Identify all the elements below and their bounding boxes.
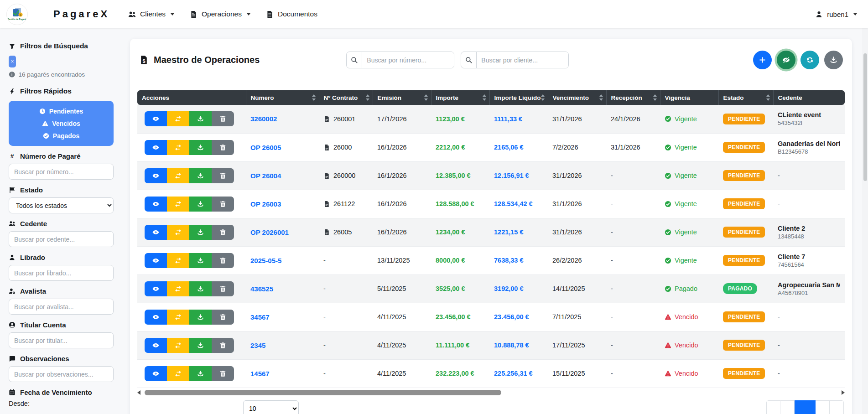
sort-icon[interactable] xyxy=(541,94,545,101)
add-button[interactable] xyxy=(753,51,772,69)
nav-item-documentos[interactable]: Documentos xyxy=(258,5,325,23)
delete-row-button[interactable] xyxy=(212,197,234,212)
view-row-button[interactable] xyxy=(145,310,167,325)
app-logo-icon[interactable]: $ Gestión de Pagarés xyxy=(6,4,28,25)
transfer-row-button[interactable] xyxy=(167,111,189,126)
transfer-row-button[interactable] xyxy=(167,338,189,353)
quick-filter-pendientes[interactable]: Pendientes xyxy=(9,105,114,117)
clear-filters-button[interactable]: × xyxy=(9,56,16,67)
sort-icon[interactable] xyxy=(653,94,657,101)
view-row-button[interactable] xyxy=(145,253,167,268)
search-number-input[interactable] xyxy=(362,52,454,68)
column-header-importe[interactable]: Importe xyxy=(431,90,489,105)
quick-filter-vencidos[interactable]: Vencidos xyxy=(9,117,114,129)
pagare-number-link[interactable]: 14567 xyxy=(250,370,270,378)
transfer-row-button[interactable] xyxy=(167,168,189,183)
download-row-button[interactable] xyxy=(189,366,212,381)
download-row-button[interactable] xyxy=(189,281,212,296)
pagare-number-link[interactable]: 436525 xyxy=(250,285,273,293)
transfer-row-button[interactable] xyxy=(167,225,189,240)
pagare-number-link[interactable]: OP 2026001 xyxy=(250,228,289,236)
pagination-button[interactable] xyxy=(816,400,830,414)
brand-title[interactable]: PagareX xyxy=(53,8,109,20)
sidebar-filter-numero-input[interactable] xyxy=(9,164,114,180)
pagination-current-page[interactable] xyxy=(795,400,816,414)
view-row-button[interactable] xyxy=(145,111,167,126)
sidebar-filter-titular-input[interactable] xyxy=(9,332,114,348)
download-row-button[interactable] xyxy=(189,197,212,212)
view-row-button[interactable] xyxy=(145,168,167,183)
pagination-button[interactable] xyxy=(830,400,844,414)
nav-item-operaciones[interactable]: Operaciones xyxy=(182,5,258,23)
delete-row-button[interactable] xyxy=(212,253,234,268)
pagare-number-link[interactable]: 2345 xyxy=(250,342,265,349)
pagination-button[interactable] xyxy=(780,400,795,414)
download-row-button[interactable] xyxy=(189,338,212,353)
pagare-number-link[interactable]: OP 26004 xyxy=(250,172,281,180)
page-size-select[interactable]: 10 xyxy=(243,400,299,414)
sidebar-filter-cedente-input[interactable] xyxy=(9,231,114,247)
sort-icon[interactable] xyxy=(424,94,428,101)
column-header-numero[interactable]: Número xyxy=(246,90,319,105)
pagare-number-link[interactable]: 3260002 xyxy=(250,115,277,123)
pagare-number-link[interactable]: OP 26005 xyxy=(250,144,281,151)
download-row-button[interactable] xyxy=(189,225,212,240)
window-scrollbar-thumb[interactable] xyxy=(863,53,867,181)
delete-row-button[interactable] xyxy=(212,111,234,126)
user-menu[interactable]: ruben1 xyxy=(815,10,857,18)
download-row-button[interactable] xyxy=(189,111,212,126)
sidebar-filter-estado-select[interactable]: Todos los estados xyxy=(9,197,114,213)
delete-row-button[interactable] xyxy=(212,310,234,325)
view-row-button[interactable] xyxy=(145,338,167,353)
column-header-estado[interactable]: Estado xyxy=(718,90,773,105)
column-header-emision[interactable]: Emisión xyxy=(373,90,431,105)
refresh-button[interactable] xyxy=(800,51,819,69)
sort-icon[interactable] xyxy=(766,94,770,101)
delete-row-button[interactable] xyxy=(212,281,234,296)
empty-value: - xyxy=(323,285,326,292)
sidebar-filter-observaciones-input[interactable] xyxy=(9,366,114,382)
transfer-row-button[interactable] xyxy=(167,281,189,296)
quick-filter-pagados[interactable]: Pagados xyxy=(9,129,114,142)
pagare-number-link[interactable]: OP 26003 xyxy=(250,200,281,208)
view-row-button[interactable] xyxy=(145,140,167,155)
download-row-button[interactable] xyxy=(189,168,212,183)
download-row-button[interactable] xyxy=(189,253,212,268)
view-row-button[interactable] xyxy=(145,197,167,212)
sort-icon[interactable] xyxy=(312,94,316,101)
sort-icon[interactable] xyxy=(483,94,487,101)
delete-row-button[interactable] xyxy=(212,338,234,353)
pagare-number-link[interactable]: 2025-05-5 xyxy=(250,257,281,264)
sort-icon[interactable] xyxy=(366,94,370,101)
export-button[interactable] xyxy=(824,51,843,69)
view-row-button[interactable] xyxy=(145,225,167,240)
transfer-row-button[interactable] xyxy=(167,366,189,381)
scroll-right-arrow-icon[interactable] xyxy=(842,390,845,395)
transfer-row-button[interactable] xyxy=(167,197,189,212)
nav-item-clientes[interactable]: Clientes xyxy=(120,5,182,23)
delete-row-button[interactable] xyxy=(212,140,234,155)
pagare-number-link[interactable]: 34567 xyxy=(250,313,270,321)
horizontal-scrollbar-thumb[interactable] xyxy=(145,390,501,395)
download-row-button[interactable] xyxy=(189,140,212,155)
column-header-recepcion[interactable]: Recepción xyxy=(606,90,660,105)
view-row-button[interactable] xyxy=(145,366,167,381)
delete-row-button[interactable] xyxy=(212,168,234,183)
column-header-importe-liquido[interactable]: Importe Líquido xyxy=(489,90,548,105)
transfer-row-button[interactable] xyxy=(167,253,189,268)
download-row-button[interactable] xyxy=(189,310,212,325)
toggle-columns-button[interactable] xyxy=(777,51,795,69)
column-header-vencimiento[interactable]: Vencimiento xyxy=(548,90,606,105)
scroll-left-arrow-icon[interactable] xyxy=(137,390,140,395)
sidebar-filter-avalista-input[interactable] xyxy=(9,299,114,315)
sort-icon[interactable] xyxy=(599,94,603,101)
delete-row-button[interactable] xyxy=(212,225,234,240)
view-row-button[interactable] xyxy=(145,281,167,296)
pagination-button[interactable] xyxy=(766,400,780,414)
sidebar-filter-librado-input[interactable] xyxy=(9,265,114,281)
transfer-row-button[interactable] xyxy=(167,140,189,155)
search-client-input[interactable] xyxy=(477,52,568,68)
transfer-row-button[interactable] xyxy=(167,310,189,325)
column-header-n-contrato[interactable]: Nº Contrato xyxy=(319,90,373,105)
delete-row-button[interactable] xyxy=(212,366,234,381)
